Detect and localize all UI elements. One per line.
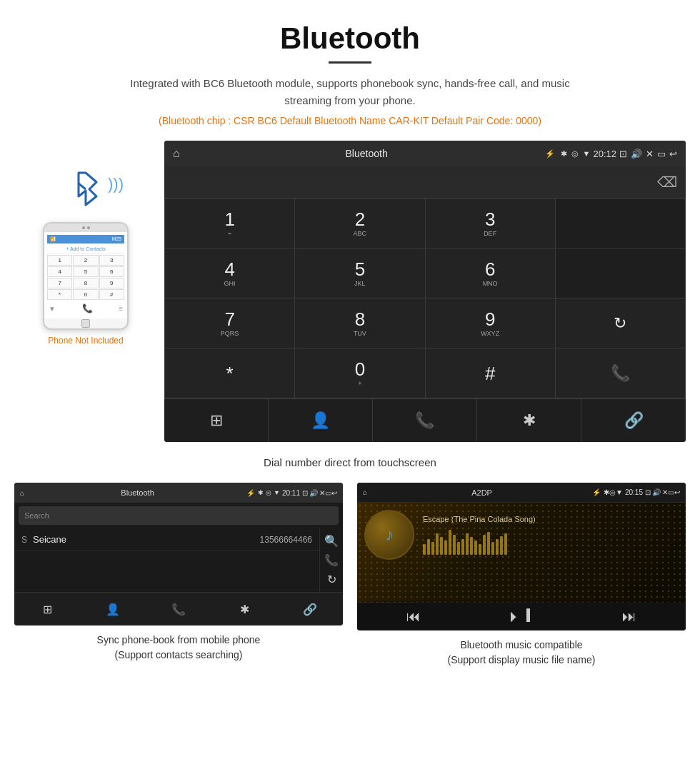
dial-key-9[interactable]: 9 WXYZ: [426, 298, 556, 348]
close-icon: ✕: [646, 149, 654, 159]
phonebook-screen: ⌂ Bluetooth ⚡ ✱ ◎ ▼ 20:11 ⊡ 🔊 ✕ ▭ ↩ Sear…: [14, 483, 343, 625]
phone-key-6: 6: [99, 266, 124, 277]
pb-bottom-grid[interactable]: ⊞: [14, 593, 80, 625]
music-next-icon[interactable]: ⏭: [622, 608, 636, 625]
dialpad-grid: 1 ⌁ 2 ABC 3 DEF 4 GHI 5 JKL 6: [164, 198, 686, 398]
dial-key-5[interactable]: 5 JKL: [295, 248, 425, 298]
dial-key-1[interactable]: 1 ⌁: [165, 198, 295, 248]
status-icons: ✱ ◎ ▼: [561, 149, 591, 159]
car-dialpad-screen: ⌂ Bluetooth ⚡ ✱ ◎ ▼ 20:12 ⊡ 🔊 ✕ ▭ ↩ ⌫: [164, 141, 686, 442]
dial-key-star[interactable]: *: [165, 348, 295, 398]
usb-icon: ⚡: [545, 149, 555, 159]
pb-win-icon: ▭: [325, 489, 331, 497]
home-icon[interactable]: ⌂: [173, 147, 180, 160]
pb-reload-icon[interactable]: ↻: [327, 573, 336, 586]
bottom-link-icon[interactable]: 🔗: [581, 399, 686, 442]
phone-key-4: 4: [47, 266, 72, 277]
window-icon: ▭: [657, 149, 666, 159]
back-icon[interactable]: ↩: [669, 149, 677, 159]
signal-icon: ▼: [583, 149, 591, 158]
phone-top-bar: [44, 223, 127, 232]
status-time: 20:12: [593, 149, 616, 159]
music-cam-icon: ⊡: [645, 488, 651, 496]
dial-key-8[interactable]: 8 TUV: [295, 298, 425, 348]
pb-back-icon[interactable]: ↩: [331, 489, 337, 497]
music-loc-icon: ◎: [609, 488, 616, 496]
music-bt-icon: ✱: [604, 488, 609, 496]
caption-dial: Dial number direct from touchscreen: [0, 456, 700, 468]
pb-search-bar: Search: [19, 506, 339, 525]
music-screen-title: A2DP: [371, 488, 592, 497]
pb-phone-side-icon[interactable]: 📞: [324, 553, 339, 567]
phone-key-hash: #: [99, 289, 124, 300]
music-home-icon[interactable]: ⌂: [363, 488, 367, 496]
phone-screen: 📶 M25 + Add to Contacts 1 2 3 4 5 6 7 8 …: [44, 232, 127, 318]
pb-bottom-bt[interactable]: ✱: [211, 593, 277, 625]
bottom-grid-icon[interactable]: ⊞: [164, 399, 269, 442]
phone-mockup: 📶 M25 + Add to Contacts 1 2 3 4 5 6 7 8 …: [43, 222, 129, 330]
page-title: Bluetooth: [0, 0, 700, 61]
dial-key-3[interactable]: 3 DEF: [426, 198, 556, 248]
phone-key-7: 7: [47, 278, 72, 288]
phone-menu-icon: ≡: [119, 305, 123, 313]
pb-home-icon[interactable]: ⌂: [20, 489, 24, 497]
page-subtitle: Integrated with BC6 Bluetooth module, su…: [107, 75, 593, 109]
pb-bottom-link[interactable]: 🔗: [277, 593, 343, 625]
phone-speaker: [82, 226, 85, 229]
phone-key-2: 2: [73, 255, 98, 266]
car-statusbar: ⌂ Bluetooth ⚡ ✱ ◎ ▼ 20:12 ⊡ 🔊 ✕ ▭ ↩: [164, 141, 686, 166]
music-screen: ⌂ A2DP ⚡ ✱ ◎ ▼ 20:15 ⊡ 🔊 ✕ ▭ ↩ ♪: [357, 483, 686, 630]
phone-key-star: *: [47, 289, 72, 300]
phone-key-8: 8: [73, 278, 98, 288]
pb-status-icons: ✱ ◎ ▼: [258, 489, 280, 496]
bottom-person-icon[interactable]: 👤: [269, 399, 373, 442]
pb-spk-icon: 🔊: [309, 489, 318, 497]
dial-key-0[interactable]: 0 +: [295, 348, 425, 398]
phone-key-1: 1: [47, 255, 72, 266]
music-caption: Bluetooth music compatible (Support disp…: [448, 638, 596, 668]
green-call-icon: 📞: [611, 364, 630, 383]
backspace-icon[interactable]: ⌫: [657, 174, 677, 191]
phone-vol-icon: ▼: [49, 305, 56, 313]
bottom-phone-icon[interactable]: 📞: [373, 399, 477, 442]
music-play-pause-icon[interactable]: ⏵❙: [507, 608, 536, 625]
music-content: ♪ Escape (The Pina Colada Song): [364, 510, 679, 560]
dial-key-empty-2: [556, 248, 686, 298]
pb-content: S Seicane 13566664466 🔍 📞 ↻: [14, 528, 343, 592]
dial-key-6[interactable]: 6 MNO: [426, 248, 556, 298]
dial-key-4[interactable]: 4 GHI: [165, 248, 295, 298]
pb-contact-letter: S: [21, 535, 27, 545]
music-song-title: Escape (The Pina Colada Song): [423, 515, 679, 523]
music-back-icon[interactable]: ↩: [674, 488, 680, 496]
main-section: ))) 📶 M25 + Add to Contacts 1 2 3 4 5: [0, 141, 700, 442]
dial-key-hash[interactable]: #: [426, 348, 556, 398]
svg-marker-0: [79, 173, 96, 205]
pb-contact-name: Seicane: [33, 534, 260, 545]
pb-search-placeholder[interactable]: Search: [24, 511, 49, 520]
phone-key-3: 3: [99, 255, 124, 266]
pb-caption: Sync phone-book from mobile phone (Suppo…: [97, 633, 261, 663]
phone-key-9: 9: [99, 278, 124, 288]
speaker-icon: 🔊: [631, 149, 642, 159]
pb-usb-icon: ⚡: [246, 489, 255, 497]
pb-loc-icon: ◎: [266, 489, 271, 496]
music-prev-icon[interactable]: ⏮: [406, 608, 421, 625]
phonebook-panel: ⌂ Bluetooth ⚡ ✱ ◎ ▼ 20:11 ⊡ 🔊 ✕ ▭ ↩ Sear…: [14, 483, 343, 668]
bt-status-icon: ✱: [561, 149, 567, 159]
dial-key-green-call[interactable]: 📞: [556, 348, 686, 398]
bottom-bluetooth-icon[interactable]: ✱: [477, 399, 581, 442]
phone-call-icon: 📞: [82, 303, 93, 313]
dial-key-7[interactable]: 7 PQRS: [165, 298, 295, 348]
dial-key-2[interactable]: 2 ABC: [295, 198, 425, 248]
music-main-area: ♪ Escape (The Pina Colada Song): [357, 503, 686, 603]
pb-search-icon[interactable]: 🔍: [324, 534, 339, 548]
dialpad-bottom-bar: ⊞ 👤 📞 ✱ 🔗: [164, 398, 686, 442]
bottom-panels: ⌂ Bluetooth ⚡ ✱ ◎ ▼ 20:11 ⊡ 🔊 ✕ ▭ ↩ Sear…: [0, 483, 700, 689]
dialpad-display: ⌫: [164, 166, 686, 198]
pb-bottom-person[interactable]: 👤: [80, 593, 146, 625]
pb-statusbar: ⌂ Bluetooth ⚡ ✱ ◎ ▼ 20:11 ⊡ 🔊 ✕ ▭ ↩: [14, 483, 343, 503]
pb-x-icon: ✕: [319, 489, 325, 497]
bluetooth-symbol-icon: [68, 169, 104, 212]
pb-bottom-phone[interactable]: 📞: [146, 593, 211, 625]
dial-key-reload[interactable]: ↻: [556, 298, 686, 348]
